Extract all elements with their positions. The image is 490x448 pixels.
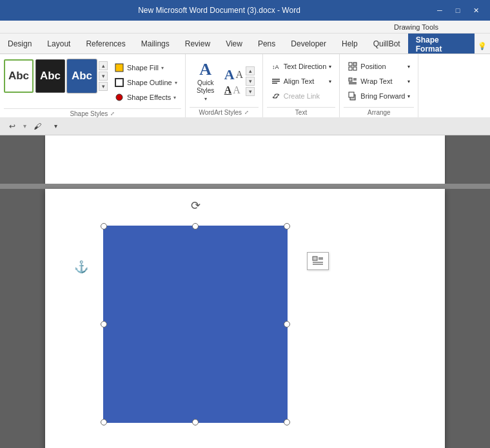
swatch-label-3: Abc	[72, 70, 92, 83]
page-content: ⚓ ⟳	[45, 189, 445, 448]
tab-references[interactable]: References	[78, 34, 133, 54]
swatch-black-fill[interactable]: Abc	[35, 59, 65, 93]
shape-fill-label: Shape Fill	[127, 64, 159, 72]
wordart-scroll-up[interactable]: ▴	[246, 66, 255, 75]
page-separator	[0, 184, 490, 189]
handle-bottom-center[interactable]	[192, 419, 199, 425]
text-direction-icon: ↕A	[271, 61, 281, 72]
scroll-expand-arrow[interactable]: ▾	[99, 82, 108, 91]
tab-review[interactable]: Review	[177, 34, 218, 54]
svg-point-2	[116, 94, 122, 101]
shape-styles-group: Abc Abc Abc ▴ ▾ ▾	[0, 54, 186, 117]
extra-button[interactable]: ▾	[48, 119, 63, 133]
tab-design[interactable]: Design	[0, 34, 39, 54]
quick-styles-dropdown-arrow[interactable]: ▾	[204, 96, 207, 102]
shape-effects-button[interactable]: Shape Effects ▾	[110, 90, 181, 104]
tab-mailings[interactable]: Mailings	[133, 34, 177, 54]
document-area: ⚓ ⟳	[0, 135, 490, 448]
position-label: Position	[360, 63, 386, 70]
scroll-down-arrow[interactable]: ▾	[99, 72, 108, 81]
arrange-items: Position ▾ Wrap Text ▾ Bring Forward ▾	[344, 57, 414, 106]
maximize-button[interactable]: □	[450, 3, 466, 18]
shape-commands: Shape Fill ▾ Shape Outline ▾ Shape Effec…	[110, 59, 181, 104]
wordart-styles-label-text: WordArt Styles	[199, 109, 242, 116]
svg-rect-18	[313, 257, 317, 260]
handle-top-left[interactable]	[101, 223, 107, 229]
tab-quillbot[interactable]: QuillBot	[366, 34, 408, 54]
quick-styles-button[interactable]: A Quick Styles ▾	[190, 63, 222, 100]
layout-options-button[interactable]	[307, 252, 329, 270]
wrap-text-label: Wrap Text	[360, 77, 392, 85]
blue-rectangle-shape[interactable]	[103, 226, 288, 423]
wordart-scroll-down[interactable]: ▾	[246, 77, 255, 86]
tab-view[interactable]: View	[218, 34, 250, 54]
svg-rect-7	[349, 63, 352, 66]
shape-styles-group-label: Shape Styles ⤢	[4, 108, 181, 117]
tab-developer[interactable]: Developer	[283, 34, 334, 54]
align-text-button[interactable]: Align Text ▾	[267, 74, 336, 88]
swatch-blue-fill[interactable]: Abc	[67, 59, 97, 93]
wordart-expand[interactable]: ▾	[246, 87, 255, 96]
ribbon-spacer	[418, 54, 490, 117]
quick-styles-a-letter: A	[199, 61, 211, 78]
svg-text:↕A: ↕A	[272, 64, 279, 70]
text-direction-button[interactable]: ↕A Text Direction ▾	[267, 59, 336, 73]
handle-middle-right[interactable]	[284, 321, 290, 327]
position-button[interactable]: Position ▾	[344, 59, 414, 73]
bring-forward-arrow[interactable]: ▾	[407, 93, 410, 99]
handle-bottom-left[interactable]	[101, 419, 107, 425]
tab-help[interactable]: Help	[334, 34, 366, 54]
close-button[interactable]: ✕	[468, 3, 484, 18]
shape-fill-button[interactable]: Shape Fill ▾	[110, 61, 181, 75]
handle-top-right[interactable]	[284, 223, 290, 229]
title-bar: New Microsoft Word Document (3).docx - W…	[0, 0, 490, 21]
shape-container[interactable]: ⟳	[95, 218, 295, 431]
wordart-styles-group: A Quick Styles ▾ A A A A ▴ ▾ ▾	[186, 54, 263, 117]
text-direction-arrow[interactable]: ▾	[329, 64, 331, 70]
shape-effects-label: Shape Effects	[127, 93, 171, 101]
rotate-handle[interactable]: ⟳	[191, 199, 201, 213]
wrap-text-button[interactable]: Wrap Text ▾	[344, 74, 414, 88]
handle-middle-left[interactable]	[101, 321, 107, 327]
shape-fill-icon	[114, 63, 124, 73]
page-top	[45, 135, 445, 184]
swatch-scroll-2: ▴ ▾ ▾	[246, 66, 255, 96]
handle-top-center[interactable]	[192, 223, 199, 229]
shape-fill-dropdown[interactable]: ▾	[161, 65, 164, 71]
lightbulb-icon[interactable]: 💡	[475, 38, 490, 54]
paint-format-button[interactable]: 🖌	[30, 119, 44, 133]
tab-layout[interactable]: Layout	[39, 34, 78, 54]
shape-outline-button[interactable]: Shape Outline ▾	[110, 75, 181, 90]
wordart-a-blue: A	[224, 66, 235, 83]
svg-rect-10	[353, 67, 357, 70]
undo-button[interactable]: ↩	[5, 119, 19, 133]
ribbon-content: Abc Abc Abc ▴ ▾ ▾	[0, 54, 490, 117]
quick-styles-label: Quick Styles	[190, 79, 221, 95]
wordart-expand-icon[interactable]: ⤢	[244, 110, 249, 115]
tab-pens[interactable]: Pens	[250, 34, 283, 54]
create-link-button[interactable]: Create Link	[267, 89, 336, 103]
shape-styles-expand-icon[interactable]: ⤢	[110, 111, 115, 117]
shape-outline-dropdown[interactable]: ▾	[175, 80, 177, 86]
create-link-label: Create Link	[284, 92, 320, 100]
wrap-text-arrow[interactable]: ▾	[407, 79, 410, 84]
position-arrow[interactable]: ▾	[407, 64, 410, 70]
bring-forward-icon	[348, 91, 358, 101]
swatch-green-outline[interactable]: Abc	[4, 59, 34, 93]
tab-shape-format[interactable]: Shape Format	[408, 34, 475, 54]
minimize-button[interactable]: ─	[432, 3, 447, 18]
bring-forward-button[interactable]: Bring Forward ▾	[344, 89, 414, 103]
text-group: ↕A Text Direction ▾ Align Text ▾ Create …	[263, 54, 340, 117]
shape-styles-items: Abc Abc Abc ▴ ▾ ▾	[4, 57, 181, 107]
drawing-tools-label: Drawing Tools	[394, 23, 490, 31]
align-text-arrow[interactable]: ▾	[329, 79, 331, 84]
scroll-up-arrow[interactable]: ▴	[99, 61, 108, 70]
shape-effects-dropdown[interactable]: ▾	[173, 95, 176, 101]
position-icon	[348, 61, 358, 72]
anchor-icon[interactable]: ⚓	[74, 260, 88, 274]
wordart-a-underline: A	[224, 84, 232, 96]
handle-bottom-right[interactable]	[284, 419, 290, 425]
wordart-items: A Quick Styles ▾ A A A A ▴ ▾ ▾	[190, 57, 259, 106]
shape-outline-icon	[114, 77, 124, 88]
bring-forward-label: Bring Forward	[360, 92, 405, 100]
